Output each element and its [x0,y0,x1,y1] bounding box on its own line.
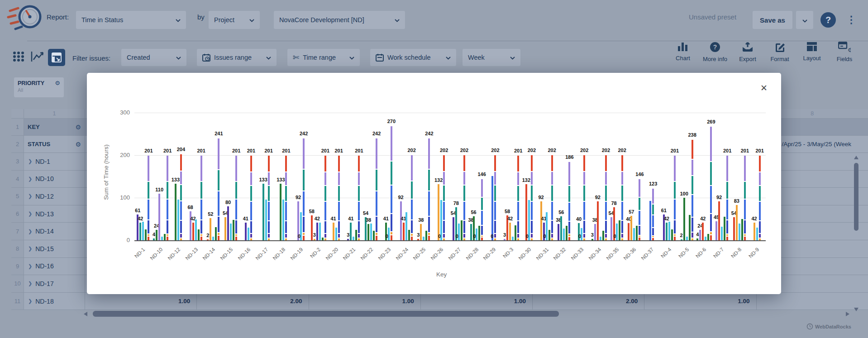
chart-bar [265,200,267,240]
chart-bar [145,229,147,240]
export-button[interactable]: Export [732,42,763,62]
bar-segment [268,186,270,201]
chart-bar [233,220,234,240]
gear-icon[interactable]: ⚙ [55,80,60,86]
issue-key-cell[interactable]: ❯ND-18 [24,293,85,310]
key-header-cell[interactable]: KEY⚙ [24,119,85,136]
bar-segment [285,186,287,201]
scroll-up-arrow[interactable] [854,156,858,159]
chart-bar [353,237,354,240]
issue-key-cell[interactable]: ❯ND-12 [24,188,85,205]
chart-bar-stacked [744,155,746,240]
row-number-1: 1 [11,119,24,136]
chart-button[interactable]: Chart [668,42,698,62]
fields-button[interactable]: ⚙Fields [829,42,860,62]
week-granularity-dropdown[interactable]: Week [463,49,520,66]
gear-icon[interactable]: ⚙ [75,124,81,131]
grid-corner-cell [11,109,24,119]
vertical-scroll-thumb[interactable] [854,163,858,231]
bar-segment [551,221,553,233]
issue-key-cell[interactable]: ❯ND-14 [24,223,85,240]
issue-key-cell[interactable]: ❯ND-10 [24,171,85,188]
priority-value: All [18,87,60,93]
calendar-clock-icon [202,53,210,62]
expand-chevron-icon[interactable]: ❯ [28,281,32,286]
bar-value-label: 202 [548,148,556,153]
bar-segment [303,236,305,240]
issues-range-dropdown[interactable]: Issues range [197,49,277,66]
expand-chevron-icon[interactable]: ❯ [28,263,32,269]
chart-bar-stacked [167,155,168,240]
bar-segment [167,156,168,181]
chart-bar-stacked [338,155,340,240]
bar-segment [180,171,182,184]
bar-value-label: 57 [629,209,634,214]
chart-bar [210,218,211,240]
pivot-view-button-selected[interactable] [48,49,65,66]
bar-segment [443,221,445,233]
bar-value-label: 3 [347,232,349,238]
bar-segment [692,238,693,240]
row-number-5: 5 [11,188,24,205]
save-as-button[interactable]: Save as [753,11,792,29]
issue-key-cell[interactable]: ❯ND-13 [24,205,85,223]
expand-chevron-icon[interactable]: ❯ [28,229,32,234]
bar-segment [391,126,392,161]
bar-segment [235,220,237,233]
bar-segment [692,160,693,175]
expand-chevron-icon[interactable]: ❯ [28,193,32,199]
scroll-right-arrow[interactable] [846,312,849,316]
gear-icon[interactable]: ⚙ [75,141,81,148]
horizontal-scroll-thumb[interactable] [93,311,559,317]
bar-segment [517,221,519,233]
layout-button[interactable]: Layout [796,42,827,62]
more-info-button[interactable]: ?More info [700,42,730,62]
bar-segment [759,172,761,185]
issue-key-cell[interactable]: ❯ND-15 [24,240,85,258]
issue-key-cell[interactable]: ❯ND-16 [24,258,85,276]
bar-segment [250,172,252,185]
bar-value-label: 42 [315,216,320,221]
scroll-left-arrow[interactable] [84,312,87,316]
expand-chevron-icon[interactable]: ❯ [28,298,32,304]
chart-bar-stacked [481,178,483,240]
bar-segment [759,221,761,233]
expand-chevron-icon[interactable]: ❯ [28,176,32,182]
created-filter-dropdown[interactable]: Created [121,49,186,66]
time-range-dropdown[interactable]: ✄ Time range [287,49,360,66]
grid-view-button[interactable] [13,51,24,64]
expand-chevron-icon[interactable]: ❯ [28,158,32,164]
bar-value-label: 4 [696,232,699,237]
bar-segment [235,182,237,199]
help-button[interactable]: ? [820,12,836,28]
report-type-dropdown[interactable]: Time in Status [76,11,186,29]
priority-filter-box[interactable]: PRIORITY ⚙ All [14,77,64,97]
group-by-dropdown[interactable]: Project [209,11,260,29]
horizontal-scrollbar[interactable] [84,311,849,318]
bar-value-label: 241 [215,131,223,136]
bar-segment [674,220,676,233]
kebab-menu-button[interactable]: ⋮ [845,10,857,29]
expand-chevron-icon[interactable]: ❯ [28,211,32,217]
format-button[interactable]: Format [764,42,795,62]
chart-bar [504,239,506,240]
bar-value-label: 242 [300,131,308,136]
bar-value-label: 78 [453,200,459,206]
work-schedule-dropdown[interactable]: Work schedule [370,49,456,66]
column-number-1: 1 [24,109,85,119]
project-dropdown[interactable]: NovaCore Development [ND] [274,11,405,29]
status-header-cell[interactable]: STATUS⚙ [24,136,85,153]
webdatarocks-watermark[interactable]: WebDataRocks [806,323,851,330]
bar-segment [759,186,761,201]
issue-key-cell[interactable]: ❯ND-17 [24,275,85,293]
chart-view-button[interactable] [31,51,44,64]
time-range-value: Time range [303,54,336,61]
scroll-down-arrow[interactable] [854,308,858,311]
issue-key-cell[interactable]: ❯ND-1 [24,153,85,171]
expand-chevron-icon[interactable]: ❯ [28,246,32,252]
bar-segment [494,186,496,200]
vertical-scrollbar[interactable] [853,154,860,316]
chevron-down-icon [395,16,400,24]
save-as-menu-button[interactable] [796,11,813,29]
y-tick-label: 0 [112,237,130,243]
